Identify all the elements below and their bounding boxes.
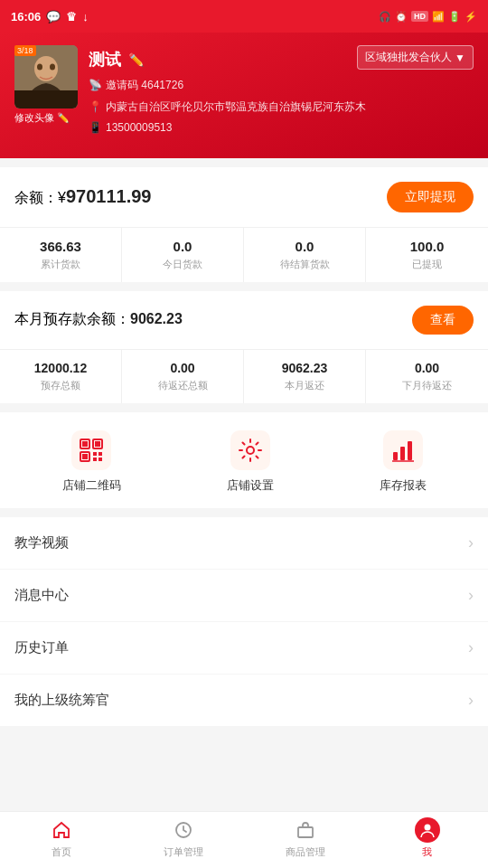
menu-label-1: 消息中心 bbox=[14, 587, 69, 604]
svg-rect-21 bbox=[298, 827, 313, 837]
action-qr-label: 店铺二维码 bbox=[62, 477, 121, 494]
menu-item-1[interactable]: 消息中心 › bbox=[0, 570, 488, 622]
wifi-icon: 📶 bbox=[432, 11, 445, 23]
edit-avatar-text: 修改头像 bbox=[14, 111, 54, 125]
stat-label-2: 待结算货款 bbox=[249, 258, 360, 271]
chart-icon bbox=[383, 430, 423, 470]
stat-cell-2: 0.0 待结算货款 bbox=[244, 228, 366, 282]
view-button[interactable]: 查看 bbox=[412, 306, 474, 335]
stat-value-1: 0.0 bbox=[127, 239, 238, 254]
phone-row: 📱 13500009513 bbox=[89, 118, 474, 138]
phone-text: 13500009513 bbox=[106, 118, 172, 138]
svg-rect-14 bbox=[99, 458, 102, 461]
dep-cell-2: 9062.23 本月返还 bbox=[244, 350, 366, 403]
svg-rect-13 bbox=[93, 458, 97, 461]
dep-label-2: 本月返还 bbox=[249, 379, 360, 392]
nav-home-label: 首页 bbox=[52, 845, 71, 859]
stat-cell-0: 366.63 累计货款 bbox=[0, 228, 122, 282]
stats-grid: 366.63 累计货款 0.0 今日货款 0.0 待结算货款 100.0 已提现 bbox=[0, 227, 488, 282]
svg-rect-12 bbox=[99, 452, 102, 456]
withdraw-button[interactable]: 立即提现 bbox=[387, 182, 474, 212]
svg-rect-6 bbox=[82, 441, 88, 447]
dep-cell-3: 0.00 下月待返还 bbox=[366, 350, 488, 403]
location-icon-small: 📡 bbox=[89, 76, 102, 96]
home-nav-icon bbox=[49, 817, 74, 843]
me-nav-icon bbox=[415, 817, 440, 843]
qr-code-icon bbox=[71, 430, 111, 470]
action-settings-label: 店铺设置 bbox=[227, 477, 274, 494]
hd-icon: HD bbox=[411, 11, 428, 22]
status-bar: 16:06 💬 ♛ ↓ 🎧 ⏰ HD 📶 🔋 ⚡ bbox=[0, 0, 488, 33]
balance-section: 余额：¥970111.99 立即提现 bbox=[0, 167, 488, 227]
stat-value-0: 366.63 bbox=[5, 239, 116, 254]
chevron-icon-1: › bbox=[468, 586, 474, 605]
bottom-nav: 首页 订单管理 商品管理 我 bbox=[0, 811, 488, 868]
chevron-icon-2: › bbox=[468, 638, 474, 657]
svg-rect-18 bbox=[408, 441, 412, 460]
svg-rect-16 bbox=[393, 452, 398, 460]
svg-rect-4 bbox=[14, 90, 78, 108]
pencil-icon: ✏️ bbox=[57, 112, 70, 124]
profile-header: 区域独批发合伙人 ▼ 3/18 修改头像 ✏️ bbox=[0, 33, 488, 158]
menu-item-0[interactable]: 教学视频 › bbox=[0, 517, 488, 570]
svg-rect-8 bbox=[95, 441, 100, 447]
nav-orders-label: 订单管理 bbox=[164, 845, 203, 859]
edit-name-icon[interactable]: ✏️ bbox=[128, 52, 144, 67]
deposit-grid: 12000.12 预存总额 0.00 待返还总额 9062.23 本月返还 0.… bbox=[0, 349, 488, 403]
shop-nav-icon bbox=[293, 817, 318, 843]
stat-cell-3: 100.0 已提现 bbox=[366, 228, 488, 282]
gear-icon-svg bbox=[238, 438, 263, 463]
svg-point-22 bbox=[424, 825, 430, 831]
address-row: 📍 内蒙古自治区呼伦贝尔市鄂温克族自治旗锡尼河东苏木 bbox=[89, 98, 474, 118]
deposit-amount: 9062.23 bbox=[130, 311, 183, 326]
edit-avatar-label[interactable]: 修改头像 ✏️ bbox=[14, 111, 70, 125]
svg-rect-11 bbox=[93, 452, 97, 456]
deposit-section: 本月预存款余额：9062.23 查看 bbox=[0, 291, 488, 349]
signal-icon: ↓ bbox=[82, 10, 89, 24]
svg-point-15 bbox=[247, 447, 254, 454]
bolt-icon: ⚡ bbox=[465, 11, 477, 23]
stat-label-3: 已提现 bbox=[371, 258, 483, 271]
svg-rect-17 bbox=[400, 447, 405, 460]
avatar-badge: 3/18 bbox=[14, 45, 36, 56]
nav-shop[interactable]: 商品管理 bbox=[244, 817, 366, 859]
dep-value-0: 12000.12 bbox=[5, 361, 116, 375]
stat-value-3: 100.0 bbox=[371, 239, 483, 254]
battery-icon: 🔋 bbox=[448, 11, 461, 23]
menu-label-0: 教学视频 bbox=[14, 534, 69, 552]
svg-point-2 bbox=[37, 64, 42, 71]
nav-home[interactable]: 首页 bbox=[0, 817, 122, 859]
nav-shop-label: 商品管理 bbox=[286, 845, 325, 859]
action-inventory-label: 库存报表 bbox=[380, 477, 427, 494]
action-settings[interactable]: 店铺设置 bbox=[227, 430, 274, 494]
chart-icon-svg bbox=[390, 438, 416, 463]
avatar-wrap: 3/18 修改头像 ✏️ bbox=[14, 45, 78, 108]
dep-label-3: 下月待返还 bbox=[371, 379, 483, 392]
dep-value-3: 0.00 bbox=[371, 361, 483, 375]
invite-code-row: 📡 邀请码 4641726 bbox=[89, 76, 474, 96]
menu-item-3[interactable]: 我的上级统筹官 › bbox=[0, 675, 488, 726]
action-qr-code[interactable]: 店铺二维码 bbox=[62, 430, 121, 494]
balance-info: 余额：¥970111.99 bbox=[14, 186, 151, 208]
dropdown-arrow-icon: ▼ bbox=[455, 52, 465, 64]
phone-icon: 📱 bbox=[89, 118, 102, 138]
action-inventory[interactable]: 库存报表 bbox=[380, 430, 427, 494]
nav-me[interactable]: 我 bbox=[366, 817, 488, 859]
qr-icon-svg bbox=[79, 438, 104, 463]
crown-icon: ♛ bbox=[66, 10, 77, 24]
deposit-label: 本月预存款余额： bbox=[14, 311, 130, 326]
nav-orders[interactable]: 订单管理 bbox=[122, 817, 244, 859]
dep-label-1: 待返还总额 bbox=[127, 379, 238, 392]
orders-nav-icon bbox=[171, 817, 196, 843]
balance-amount: 970111.99 bbox=[66, 186, 152, 206]
status-bar-right: 🎧 ⏰ HD 📶 🔋 ⚡ bbox=[379, 11, 477, 23]
dep-value-1: 0.00 bbox=[127, 361, 238, 375]
chevron-icon-0: › bbox=[468, 533, 474, 552]
menu-item-2[interactable]: 历史订单 › bbox=[0, 622, 488, 675]
deposit-info: 本月预存款余额：9062.23 bbox=[14, 310, 183, 329]
quick-actions: 店铺二维码 店铺设置 库存报表 bbox=[0, 412, 488, 508]
stat-cell-1: 0.0 今日货款 bbox=[122, 228, 244, 282]
invite-badge[interactable]: 区域独批发合伙人 ▼ bbox=[357, 45, 474, 70]
stat-label-0: 累计货款 bbox=[5, 258, 116, 271]
alarm-icon: ⏰ bbox=[395, 11, 408, 23]
